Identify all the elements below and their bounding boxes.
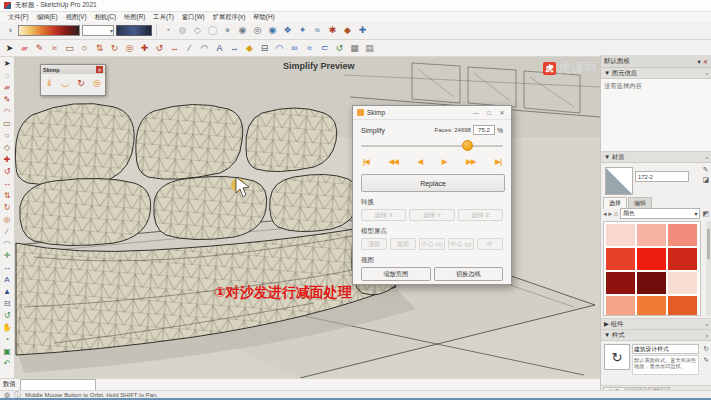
origin-button[interactable]: 中心 (y) <box>448 238 474 250</box>
menu-item[interactable]: 绘图(R) <box>120 13 149 22</box>
detach-icon[interactable]: ▫ <box>706 154 708 161</box>
jointpushpull-icon[interactable]: ∞ <box>288 42 301 55</box>
color-swatch[interactable] <box>606 272 635 294</box>
detach-icon[interactable]: ▫ <box>706 332 708 339</box>
slider-track[interactable] <box>361 145 503 147</box>
extension-a-icon[interactable]: ▦ <box>348 42 361 55</box>
rotate-button[interactable]: 旋转 X <box>361 209 406 221</box>
menu-item[interactable]: 编辑(E) <box>33 13 62 22</box>
origin-button[interactable]: 中 <box>477 238 503 250</box>
zoom-tool-icon[interactable]: ◔ <box>1 333 13 345</box>
sample-paint-icon[interactable]: ◩ <box>702 210 709 218</box>
rotate-tool-icon[interactable]: ↺ <box>1 165 13 177</box>
quadface-icon[interactable]: ✦ <box>296 24 309 37</box>
3dtext-tool-icon[interactable]: ▲ <box>1 285 13 297</box>
artisan-sculpt-icon[interactable]: ≈ <box>311 24 324 37</box>
collection-dropdown[interactable]: 颜色 ▾ <box>620 208 700 219</box>
wireframe-mode-icon[interactable]: ◇ <box>191 24 204 37</box>
move-tool-icon[interactable]: ✚ <box>1 153 13 165</box>
pipe-tool-icon[interactable]: ⊂ <box>318 42 331 55</box>
text-tool-icon[interactable]: A <box>213 42 226 55</box>
skimp-floating-toolbar[interactable]: Skimp ✕ ⇓◡↻◎ <box>40 64 106 96</box>
playback-button[interactable]: ▶ <box>442 157 447 166</box>
material-tools-icon[interactable]: ◆ <box>341 24 354 37</box>
orbit-tool-icon[interactable]: ↺ <box>1 309 13 321</box>
close-icon[interactable]: ✕ <box>497 109 507 116</box>
rectangle-tool-icon[interactable]: ▭ <box>63 42 76 55</box>
textured-mode-icon[interactable]: ◉ <box>236 24 249 37</box>
menu-item[interactable]: 文件(F) <box>4 13 33 22</box>
followme-tool-icon[interactable]: ↻ <box>108 42 121 55</box>
previous-view-icon[interactable]: ↶ <box>1 357 13 369</box>
create-material-icon[interactable]: ✎ <box>702 166 709 174</box>
dimension-tool-icon[interactable]: ↔ <box>228 42 241 55</box>
rotate-tool-icon[interactable]: ↺ <box>153 42 166 55</box>
skimp-dialog-titlebar[interactable]: Skimp — □ ✕ <box>353 106 511 120</box>
origin-button[interactable]: 中心 (x) <box>419 238 445 250</box>
skimp-replace-icon[interactable]: ↻ <box>75 77 88 90</box>
line-tool-icon[interactable]: ✎ <box>1 93 13 105</box>
zoom-extents-icon[interactable]: ▣ <box>1 345 13 357</box>
color-swatch[interactable] <box>606 296 635 316</box>
replace-button[interactable]: Replace <box>361 174 505 192</box>
color-swatch[interactable] <box>606 224 635 246</box>
skimp-dialog[interactable]: Skimp — □ ✕ Simplify Faces: 24698 75.2 %… <box>352 105 512 285</box>
move-tool-icon[interactable]: ✚ <box>138 42 151 55</box>
entity-info-header[interactable]: ▼ 图元信息 ▫ <box>601 68 711 79</box>
percent-input[interactable]: 75.2 <box>473 125 495 135</box>
origin-button[interactable]: 底部 <box>390 238 416 250</box>
tray-pin-icon[interactable]: ▾ <box>698 58 701 65</box>
color-swatch[interactable] <box>637 224 666 246</box>
set-default-icon[interactable]: ◪ <box>702 176 709 184</box>
cleanup-icon[interactable]: ✱ <box>326 24 339 37</box>
playback-button[interactable]: ▶▶ <box>466 157 476 166</box>
origin-button[interactable]: 顶部 <box>361 238 387 250</box>
protractor-icon[interactable]: ◠ <box>1 237 13 249</box>
skimp-settings-icon[interactable]: ◎ <box>91 77 104 90</box>
update-style-icon[interactable]: ↻ <box>704 345 709 353</box>
eraser-tool-icon[interactable]: ▰ <box>18 42 31 55</box>
menu-item[interactable]: 相机(C) <box>91 13 120 22</box>
dimension-tool-icon[interactable]: ↔ <box>1 261 13 273</box>
swatch-scrollbar[interactable] <box>706 221 711 316</box>
playback-button[interactable]: ◀ <box>417 157 422 166</box>
color-swatch[interactable] <box>668 248 697 270</box>
tape-measure-icon[interactable]: ∕ <box>1 225 13 237</box>
monochrome-mode-icon[interactable]: ◎ <box>251 24 264 37</box>
components-header[interactable]: ▶ 组件 ▫ <box>601 319 711 330</box>
lasso-tool-icon[interactable]: ◌ <box>1 69 13 81</box>
pushpull-tool-icon[interactable]: ⇅ <box>1 189 13 201</box>
menu-item[interactable]: 视图(V) <box>62 13 91 22</box>
forward-icon[interactable]: ▸ <box>609 210 613 218</box>
subd-crease-icon[interactable]: ❖ <box>281 24 294 37</box>
extension-b-icon[interactable]: ▤ <box>363 42 376 55</box>
scale-tool-icon[interactable]: ↔ <box>168 42 181 55</box>
line-tool-icon[interactable]: ✎ <box>33 42 46 55</box>
detach-icon[interactable]: ▫ <box>706 321 708 328</box>
select-tool-icon[interactable]: ➤ <box>3 42 16 55</box>
arc-tool-icon[interactable]: ◠ <box>1 105 13 117</box>
close-icon[interactable]: ✕ <box>96 66 103 73</box>
detach-icon[interactable]: ▫ <box>706 70 708 77</box>
geolocation-icon[interactable]: ◍ <box>4 391 10 399</box>
playback-button[interactable]: ▶| <box>495 157 501 166</box>
slider-knob[interactable] <box>462 140 473 151</box>
minimize-icon[interactable]: — <box>471 110 481 116</box>
axes-tool-icon[interactable]: ✛ <box>1 249 13 261</box>
protractor-icon[interactable]: ◠ <box>198 42 211 55</box>
shaded-mode-icon[interactable]: ● <box>221 24 234 37</box>
simplify-slider[interactable] <box>361 139 503 153</box>
circle-tool-icon[interactable]: ○ <box>78 42 91 55</box>
xray-mode-icon[interactable]: ◍ <box>176 24 189 37</box>
gradient-strip-widget[interactable] <box>18 25 80 36</box>
offset-tool-icon[interactable]: ◎ <box>123 42 136 55</box>
measurements-input[interactable] <box>20 379 96 391</box>
dark-strip-widget[interactable] <box>116 25 152 36</box>
select-tool-icon[interactable]: ➤ <box>1 57 13 69</box>
vertex-tools-icon[interactable]: ✚ <box>356 24 369 37</box>
polygon-tool-icon[interactable]: ◇ <box>1 141 13 153</box>
menu-item[interactable]: 工具(T) <box>149 13 178 22</box>
back-icon[interactable]: ◂ <box>603 210 607 218</box>
scale-tool-icon[interactable]: ↔ <box>1 177 13 189</box>
style-name-field[interactable]: 建筑设计样式 <box>632 344 699 354</box>
